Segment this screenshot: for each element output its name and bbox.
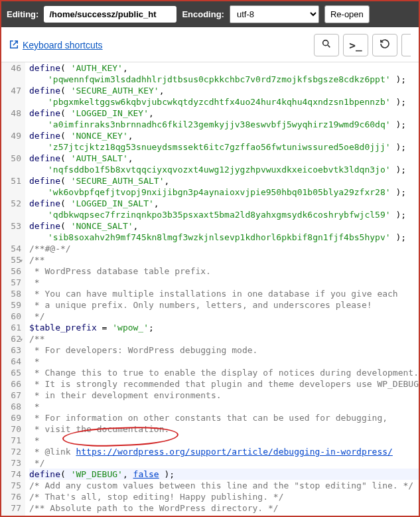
code-token: 'qdbkwqpsec7frzinqnkpo3b35psxaxt5bma2ld8…: [48, 210, 391, 220]
code-token: */: [29, 458, 44, 468]
line-number: 55▾: [4, 254, 21, 265]
code-line[interactable]: define( 'LOGGED_IN_KEY',: [29, 108, 419, 119]
code-line[interactable]: 'z57jtcjktz18qg53snueydsmssekt6itc7gzffa…: [29, 141, 419, 153]
editor-action-buttons: >_: [314, 34, 411, 56]
line-number: 49: [4, 130, 21, 141]
code-line[interactable]: /**: [29, 333, 419, 344]
code-line[interactable]: 'sib8soxahv2h9mf745kn8lmgf3wzkjnlsevp1kd…: [29, 232, 419, 243]
code-line[interactable]: define( 'SECURE_AUTH_SALT',: [29, 175, 419, 186]
code-line[interactable]: */: [29, 311, 419, 322]
code-editor[interactable]: 46474849505152535455▾56575859606162▾6364…: [1, 62, 419, 517]
fold-icon[interactable]: ▾: [19, 514, 23, 517]
code-line[interactable]: *: [29, 435, 419, 446]
code-token: ,: [165, 176, 170, 186]
search-icon: [321, 38, 332, 52]
code-token: (: [102, 514, 113, 517]
code-line[interactable]: /** Absolute path to the WordPress direc…: [29, 502, 419, 514]
line-number: 71: [4, 435, 21, 446]
code-token: /** Absolute path to the WordPress direc…: [29, 503, 279, 513]
reopen-button[interactable]: Re-open: [324, 5, 370, 23]
search-button[interactable]: [314, 34, 339, 56]
code-line[interactable]: * Change this to true to enable the disp…: [29, 367, 419, 378]
code-token: (: [60, 153, 71, 163]
code-token: 'SECURE_AUTH_KEY': [71, 86, 159, 96]
code-line[interactable]: 'pbgxmkeltggsw6kqbvjubcwkqtdyzcdhtfx4uo2…: [29, 96, 419, 108]
code-line[interactable]: define( 'AUTH_KEY',: [29, 62, 419, 74]
terminal-button[interactable]: >_: [343, 34, 368, 56]
line-number: 66: [4, 378, 21, 390]
code-token: define: [29, 108, 60, 118]
redo-button[interactable]: [401, 34, 411, 56]
code-token: 'wk6ovbpfqefjtvopj9nxijibgn3p4aynaioxvjp…: [48, 187, 391, 197]
encoding-select[interactable]: utf-8: [230, 5, 319, 23]
code-line[interactable]: define( 'SECURE_AUTH_KEY',: [29, 85, 419, 96]
code-line[interactable]: *: [29, 401, 419, 412]
code-token: define: [29, 469, 60, 479]
code-token: define: [29, 86, 60, 96]
line-number: [4, 209, 21, 220]
code-token: *: [29, 402, 40, 411]
line-number: 53: [4, 220, 21, 232]
code-token: /* That's all, stop editing! Happy publi…: [29, 492, 284, 502]
code-line[interactable]: define( 'NONCE_SALT',: [29, 220, 419, 232]
file-path-input[interactable]: [44, 6, 176, 23]
code-line[interactable]: $table_prefix = 'wpow_';: [29, 322, 419, 333]
code-line[interactable]: */: [29, 457, 419, 469]
line-number: [4, 96, 21, 108]
code-line[interactable]: define( 'WP_DEBUG', false );: [29, 469, 419, 480]
code-token: define: [29, 198, 60, 208]
code-line[interactable]: define( 'NONCE_KEY',: [29, 130, 419, 141]
code-line[interactable]: *: [29, 356, 419, 367]
code-token: define: [29, 153, 60, 163]
code-token: 'AUTH_KEY': [71, 63, 123, 73]
code-line[interactable]: * It is strongly recommended that plugin…: [29, 378, 419, 390]
code-area[interactable]: define( 'AUTH_KEY','pqwennfqwim3lsdadhhl…: [25, 62, 419, 517]
line-number: [4, 186, 21, 198]
code-token: * WordPress database table prefix.: [29, 266, 211, 276]
code-line[interactable]: define( 'LOGGED_IN_SALT',: [29, 198, 419, 209]
code-line[interactable]: /* That's all, stop editing! Happy publi…: [29, 491, 419, 502]
line-number: 57: [4, 277, 21, 288]
code-line[interactable]: 'nqfsddbo1f5b8xvtqqciyxqvozxt4uwg12jygzh…: [29, 164, 419, 175]
code-line[interactable]: 'wk6ovbpfqefjtvopj9nxijibgn3p4aynaioxvjp…: [29, 186, 419, 198]
code-token: define: [29, 63, 60, 73]
code-line[interactable]: /* Add any custom values between this li…: [29, 480, 419, 491]
code-token: 'SECURE_AUTH_SALT': [71, 176, 165, 186]
code-line[interactable]: * For information on other constants tha…: [29, 412, 419, 423]
code-line[interactable]: *: [29, 277, 419, 288]
code-line[interactable]: 'qdbkwqpsec7frzinqnkpo3b35psxaxt5bma2ld8…: [29, 209, 419, 220]
code-token: =: [97, 323, 112, 332]
line-number: 78▾: [4, 514, 21, 517]
code-line[interactable]: define( 'AUTH_SALT',: [29, 153, 419, 164]
code-token: ,: [159, 86, 165, 96]
line-number: 48: [4, 108, 21, 119]
code-token: /**: [29, 255, 44, 265]
keyboard-shortcuts-link[interactable]: Keyboard shortcuts: [9, 40, 103, 51]
code-token: );: [391, 142, 406, 152]
code-line[interactable]: * For developers: WordPress debugging mo…: [29, 344, 419, 356]
code-token: ,: [154, 198, 159, 208]
code-token: 'wpow_': [112, 323, 149, 332]
code-line[interactable]: 'pqwennfqwim3lsdadhhlrjdtbsus0cpkkchbc7v…: [29, 74, 419, 85]
fold-icon[interactable]: ▾: [19, 255, 23, 266]
code-token: https://wordpress.org/support/article/de…: [76, 447, 392, 457]
code-line[interactable]: * You can have multiple installations in…: [29, 288, 419, 299]
line-number: 74: [4, 469, 21, 480]
code-line[interactable]: * WordPress database table prefix.: [29, 265, 419, 277]
code-line[interactable]: 'a0imfinraks3nbrnnadhc6fkil23gemkyjjv38e…: [29, 119, 419, 130]
code-token: */: [29, 311, 44, 321]
code-line[interactable]: * @link https://wordpress.org/support/ar…: [29, 446, 419, 457]
undo-icon: [380, 38, 390, 52]
code-line[interactable]: /**: [29, 254, 419, 265]
code-line[interactable]: /**#@-*/: [29, 243, 419, 254]
editing-label: Editing:: [7, 9, 38, 19]
code-line[interactable]: * visit the documentation.: [29, 423, 419, 435]
fold-icon[interactable]: ▾: [19, 334, 23, 345]
terminal-icon: >_: [349, 39, 362, 52]
undo-button[interactable]: [372, 34, 397, 56]
code-line[interactable]: * in their development environments.: [29, 390, 419, 401]
line-number: 54: [4, 243, 21, 254]
code-line[interactable]: * a unique prefix. Only numbers, letters…: [29, 299, 419, 311]
code-line[interactable]: if ( ! defined( 'ABSPATH' ) ) {: [29, 514, 419, 517]
code-token: (: [60, 198, 71, 208]
